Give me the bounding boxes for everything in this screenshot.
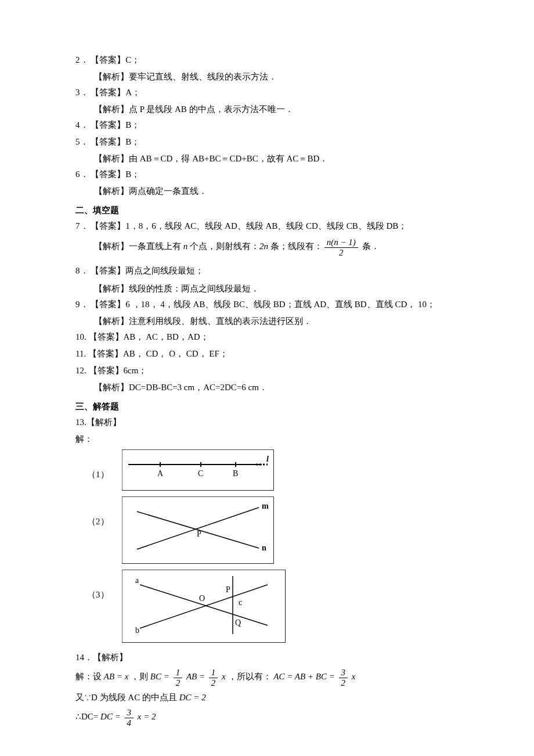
item-8: 8． 【答案】两点之间线段最短； — [75, 263, 464, 279]
item-num: 12. — [75, 366, 86, 375]
answer-value: 1，8，6，线段 AC、线段 AD、线段 AB、线段 CD、线段 CB、线段 D… — [125, 221, 407, 231]
text: ，所以有： — [228, 672, 272, 681]
answer-label: 【答案】 — [91, 221, 125, 231]
figure-2-num: （2） — [87, 496, 122, 530]
x-threehalf: x — [352, 672, 356, 681]
label-l: l — [266, 455, 269, 463]
item-num: 11. — [75, 349, 86, 358]
text: 条． — [360, 242, 380, 251]
dc-eq-2: DC = 2 — [179, 693, 206, 702]
label-P: P — [197, 530, 201, 538]
explain-label: 【解析】 — [94, 154, 129, 163]
label-a: a — [135, 576, 139, 585]
explain-label: 【解析】 — [93, 653, 128, 662]
segments-fraction: n(n − 1)2 — [324, 237, 358, 257]
item-8-expl: 【解析】线段的性质：两点之间线段最短． — [94, 281, 464, 297]
text: 一条直线上有 — [129, 242, 183, 251]
item-num: 9． — [75, 300, 89, 309]
figure-3-num: （3） — [87, 570, 122, 603]
figure-2-box: P m n — [122, 496, 274, 564]
answer-label: 【答案】 — [89, 366, 124, 375]
figure-1-num: （1） — [87, 449, 122, 483]
item-5-expl: 【解析】由 AB＝CD，得 AB+BC＝CD+BC，故有 AC＝BD． — [94, 151, 464, 167]
label-P: P — [226, 585, 230, 594]
figure-3: （3） a b c O P Q — [87, 570, 464, 643]
item-6: 6． 【答案】B； — [75, 167, 464, 182]
label-c: c — [239, 598, 242, 607]
ac-eq: AC = AB + BC = — [273, 672, 335, 681]
item-3: 3． 【答案】A； — [75, 85, 464, 100]
explain-text: 由 AB＝CD，得 AB+BC＝CD+BC，故有 AC＝BD． — [129, 154, 328, 163]
answer-value: B； — [125, 170, 140, 179]
label-C: C — [198, 469, 203, 478]
item-num: 5． — [75, 137, 89, 146]
answer-value: B； — [125, 137, 140, 146]
answer-label: 【答案】 — [91, 170, 125, 179]
item-4: 4． 【答案】B； — [75, 117, 464, 133]
answer-label: 【答案】 — [91, 55, 125, 64]
bc-eq: BC = — [150, 672, 169, 681]
figure-1: （1） A C B l — [87, 449, 464, 491]
explain-label: 【解析】 — [86, 417, 121, 427]
text: 又∵D 为线段 AC 的中点且 — [75, 693, 179, 702]
frac-top: n(n − 1) — [324, 237, 358, 248]
one-half-2: 12 — [209, 668, 218, 687]
explain-label: 【解析】 — [94, 105, 129, 114]
frac-bot: 2 — [339, 678, 348, 688]
figure-3-box: a b c O P Q — [122, 570, 286, 643]
answer-value: 6 ，18， 4，线段 AB、线段 BC、线段 BD；直线 AD、直线 BD、直… — [125, 300, 435, 309]
item-num: 13. — [75, 417, 86, 427]
item-9: 9． 【答案】6 ，18， 4，线段 AB、线段 BC、线段 BD；直线 AD、… — [75, 297, 464, 312]
answer-value: 6cm； — [124, 366, 147, 375]
label-A: A — [157, 469, 164, 478]
item-10: 10. 【答案】AB， AC，BD，AD； — [75, 329, 464, 345]
label-Q: Q — [235, 618, 241, 627]
item-num: 3． — [75, 88, 89, 97]
explain-label: 【解析】 — [94, 383, 129, 392]
ab-eq-x: AB = x — [104, 672, 129, 681]
text: 个点，则射线有： — [187, 242, 259, 251]
item-7: 7． 【答案】1，8，6，线段 AC、线段 AD、线段 AB、线段 CD、线段 … — [75, 218, 464, 234]
item-num: 6． — [75, 170, 89, 179]
item-11: 11. 【答案】AB， CD， O， CD， EF； — [75, 346, 464, 362]
section-solve-heading: 三、解答题 — [75, 399, 464, 415]
answer-label: 【答案】 — [91, 266, 125, 275]
explain-text: 要牢记直线、射线、线段的表示方法． — [129, 72, 277, 81]
label-O: O — [199, 594, 205, 603]
answer-value: B； — [125, 120, 140, 129]
q14-line-3: ∴DC= DC = 34 x = 2 — [75, 708, 464, 728]
item-num: 10. — [75, 332, 86, 341]
explain-text: 注意利用线段、射线、直线的表示法进行区别． — [129, 316, 312, 326]
answer-label: 【答案】 — [88, 349, 123, 358]
item-7-expl: 【解析】一条直线上有 n 个点，则射线有：2n 条；线段有：n(n − 1)2 … — [94, 237, 464, 257]
x-eq-2: x = 2 — [138, 712, 156, 721]
figure-3-svg: a b c O P Q — [122, 570, 285, 637]
frac-bot: 2 — [324, 248, 358, 258]
answer-value: 两点之间线段最短； — [125, 266, 204, 275]
label-B: B — [233, 469, 238, 478]
fill-answers: 7． 【答案】1，8，6，线段 AC、线段 AD、线段 AB、线段 CD、线段 … — [75, 218, 464, 395]
rays-2n: 2n — [259, 242, 268, 251]
dc-eq: DC = — [100, 712, 121, 721]
q13-figures: （1） A C B l （2） P m n — [87, 449, 464, 643]
item-6-expl: 【解析】两点确定一条直线． — [94, 183, 464, 199]
item-14: 14．【解析】 — [75, 650, 464, 665]
explain-text: 线段的性质：两点之间线段最短． — [129, 284, 259, 293]
explain-label: 【解析】 — [94, 316, 129, 326]
section-fill-heading: 二、填空题 — [75, 203, 464, 218]
ab-half: AB = — [186, 672, 205, 681]
jie-label: 解： — [75, 672, 93, 681]
frac-top: 3 — [339, 668, 348, 678]
explain-label: 【解析】 — [94, 72, 129, 81]
answer-value: AB， CD， O， CD， EF； — [123, 349, 228, 358]
answer-label: 【答案】 — [91, 88, 125, 97]
item-num: 7． — [75, 221, 89, 231]
x-half: x — [222, 672, 226, 681]
explain-text: 点 P 是线段 AB 的中点，表示方法不唯一． — [129, 105, 294, 114]
one-half: 12 — [174, 668, 183, 687]
item-num: 8． — [75, 266, 89, 275]
item-2-expl: 【解析】要牢记直线、射线、线段的表示方法． — [94, 69, 464, 85]
q14-line-2: 又∵D 为线段 AC 的中点且 DC = 2 — [75, 690, 464, 705]
answer-label: 【答案】 — [91, 137, 125, 146]
frac-bot: 2 — [209, 678, 218, 688]
